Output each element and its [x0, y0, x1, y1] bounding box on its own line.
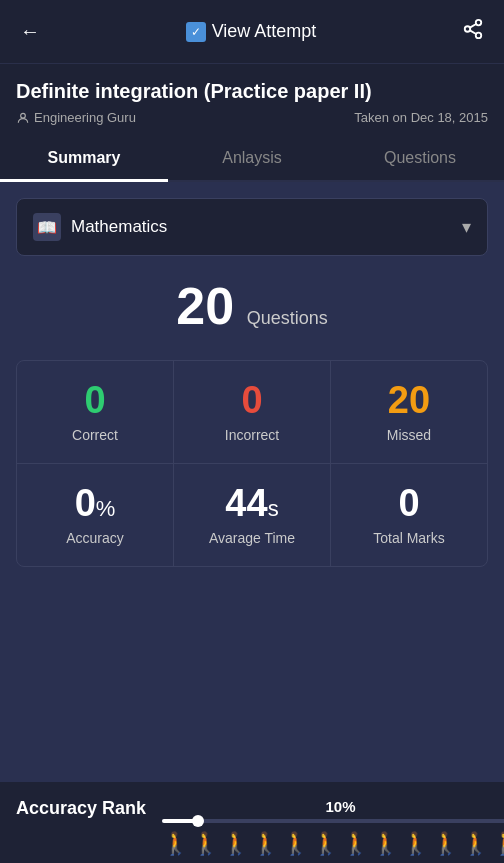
svg-point-5	[21, 113, 26, 118]
person-icon: 🚶	[312, 833, 339, 855]
stats-row-2: 0% Accuracy 44s Avarage Time 0 Total Mar…	[17, 464, 487, 566]
person-icon: 🚶	[342, 833, 369, 855]
correct-value: 0	[25, 381, 165, 419]
total-marks-label: Total Marks	[339, 530, 479, 546]
accuracy-unit: %	[96, 496, 116, 521]
main-content: 📖 Mathematics ▾ 20 Questions 0 Correct 0…	[0, 182, 504, 782]
person-icon: 🚶	[372, 833, 399, 855]
stat-avg-time: 44s Avarage Time	[174, 464, 331, 566]
taken-date: Taken on Dec 18, 2015	[354, 110, 488, 125]
rank-bar	[162, 819, 504, 823]
tabs: Summary Anlaysis Questions	[0, 137, 504, 182]
stat-missed: 20 Missed	[331, 361, 487, 463]
accuracy-label: Accuracy	[25, 530, 165, 546]
stat-total-marks: 0 Total Marks	[331, 464, 487, 566]
total-marks-value: 0	[339, 484, 479, 522]
rank-bar-dot	[192, 815, 204, 827]
person-icon: 🚶	[462, 833, 489, 855]
top-bar-center: ✓ View Attempt	[186, 21, 317, 42]
accuracy-rank-label: Accuracy Rank	[16, 798, 146, 819]
questions-count: 20 Questions	[16, 276, 488, 336]
subject-left: 📖 Mathematics	[33, 213, 167, 241]
avg-time-label: Avarage Time	[182, 530, 322, 546]
person-icon: 🚶	[492, 833, 504, 855]
rank-percent: 10%	[162, 798, 504, 815]
stat-correct: 0 Correct	[17, 361, 174, 463]
person-icon: 🚶	[432, 833, 459, 855]
rank-visual: 10% 🚶 🚶 🚶 🚶 🚶 🚶 🚶 🚶 🚶 🚶 🚶 🚶	[162, 798, 504, 855]
stats-row-1: 0 Correct 0 Incorrect 20 Missed	[17, 361, 487, 464]
person-icon: 🚶	[402, 833, 429, 855]
view-attempt-title: View Attempt	[212, 21, 317, 42]
stat-incorrect: 0 Incorrect	[174, 361, 331, 463]
accuracy-rank-section: Accuracy Rank 10% 🚶 🚶 🚶 🚶 🚶 🚶 🚶 🚶 🚶 🚶 🚶 …	[0, 782, 504, 863]
avg-time-value: 44s	[182, 484, 322, 522]
person-highlighted: 🚶	[162, 833, 189, 855]
missed-value: 20	[339, 381, 479, 419]
subject-name: Mathematics	[71, 217, 167, 237]
page-title: Definite integration (Practice paper II)	[16, 78, 488, 104]
questions-label: Questions	[247, 308, 328, 328]
title-meta: Engineering Guru Taken on Dec 18, 2015	[16, 110, 488, 125]
title-section: Definite integration (Practice paper II)…	[0, 64, 504, 125]
missed-label: Missed	[339, 427, 479, 443]
tab-analysis[interactable]: Anlaysis	[168, 137, 336, 182]
svg-line-4	[470, 24, 476, 28]
person-icon: 🚶	[252, 833, 279, 855]
svg-line-3	[470, 30, 476, 34]
back-button[interactable]: ←	[16, 16, 44, 47]
questions-number: 20	[176, 277, 234, 335]
person-icon: 🚶	[222, 833, 249, 855]
tab-summary[interactable]: Summary	[0, 137, 168, 182]
accuracy-value: 0%	[25, 484, 165, 522]
top-bar: ← ✓ View Attempt	[0, 0, 504, 64]
stat-accuracy: 0% Accuracy	[17, 464, 174, 566]
incorrect-label: Incorrect	[182, 427, 322, 443]
person-icon: 🚶	[192, 833, 219, 855]
correct-label: Correct	[25, 427, 165, 443]
subject-icon: 📖	[33, 213, 61, 241]
people-row: 🚶 🚶 🚶 🚶 🚶 🚶 🚶 🚶 🚶 🚶 🚶 🚶	[162, 833, 504, 855]
view-attempt-icon: ✓	[186, 22, 206, 42]
avg-time-unit: s	[268, 496, 279, 521]
subject-dropdown[interactable]: 📖 Mathematics ▾	[16, 198, 488, 256]
stats-grid: 0 Correct 0 Incorrect 20 Missed 0% Accur…	[16, 360, 488, 567]
chevron-down-icon: ▾	[462, 216, 471, 238]
share-button[interactable]	[458, 14, 488, 49]
author: Engineering Guru	[16, 110, 136, 125]
incorrect-value: 0	[182, 381, 322, 419]
tab-questions[interactable]: Questions	[336, 137, 504, 182]
person-icon: 🚶	[282, 833, 309, 855]
